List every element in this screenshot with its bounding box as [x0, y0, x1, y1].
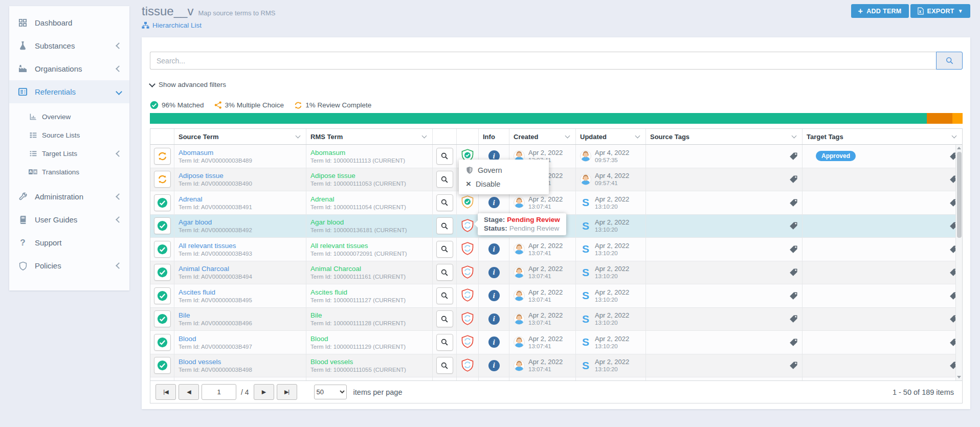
match-status-button[interactable] [154, 194, 171, 211]
rms-term-link[interactable]: Adrenal [310, 195, 335, 203]
source-term-link[interactable]: Adipose tissue [179, 172, 224, 179]
governance-shield-icon[interactable] [461, 218, 474, 234]
search-button[interactable] [936, 52, 963, 70]
table-row[interactable]: Blood, foetal Blood, foetal i A [150, 377, 962, 380]
sidebar-item-administration[interactable]: Administration [9, 185, 129, 208]
governance-shield-icon[interactable] [461, 288, 474, 304]
table-row[interactable]: All relevant tissues Term Id: A0V0000000… [150, 238, 962, 261]
source-tag-icon[interactable] [789, 361, 798, 370]
table-row[interactable]: Animal Charcoal Term Id: A0V00000003B494… [150, 261, 962, 285]
info-icon[interactable]: i [488, 290, 500, 301]
source-tag-icon[interactable] [789, 314, 798, 323]
source-tag-icon[interactable] [789, 245, 798, 254]
sidebar-item-target-lists[interactable]: Target Lists [9, 144, 129, 163]
source-term-link[interactable]: All relevant tissues [179, 242, 236, 250]
inspect-button[interactable] [436, 264, 453, 281]
table-row[interactable]: Adipose tissue Term Id: A0V00000003B490 … [150, 168, 962, 192]
inspect-button[interactable] [436, 148, 453, 165]
target-tag-badge[interactable]: Approved [816, 151, 856, 161]
info-icon[interactable]: i [488, 313, 500, 325]
table-row[interactable]: Blood vessels Term Id: A0V00000003B498 B… [150, 354, 962, 378]
source-tag-icon[interactable] [789, 268, 798, 277]
match-status-button[interactable] [154, 241, 171, 258]
match-status-button[interactable] [154, 310, 171, 327]
governance-shield-icon[interactable] [461, 357, 474, 373]
inspect-button[interactable] [436, 171, 453, 188]
source-tag-icon[interactable] [789, 198, 798, 207]
governance-shield-icon[interactable] [461, 241, 474, 257]
scrollbar-up-arrow[interactable] [956, 145, 962, 151]
column-header-rms-term[interactable]: RMS Term [306, 129, 433, 144]
source-tag-icon[interactable] [789, 152, 798, 161]
export-button[interactable]: EXPORT ▼ [910, 4, 970, 18]
inspect-button[interactable] [436, 334, 453, 351]
next-page-button[interactable]: ▶ [254, 384, 274, 400]
first-page-button[interactable]: |◀ [155, 384, 176, 400]
table-row[interactable]: Adrenal Term Id: A0V00000003B491 Adrenal… [150, 191, 962, 215]
rms-term-link[interactable]: Abomasum [310, 149, 345, 156]
table-row[interactable]: Abomasum Term Id: A0V00000003B489 Abomas… [150, 145, 962, 168]
column-header-source-tags[interactable]: Source Tags [646, 129, 803, 144]
table-row[interactable]: Blood Term Id: A0V00000003B497 Blood Ter… [150, 331, 962, 354]
governance-shield-icon[interactable] [461, 195, 474, 211]
table-row[interactable]: Bile Term Id: A0V00000003B496 Bile Term … [150, 308, 962, 331]
rms-term-link[interactable]: Ascites fluid [310, 288, 347, 296]
column-header-target-tags[interactable]: Target Tags [803, 129, 962, 144]
inspect-button[interactable] [436, 194, 453, 211]
source-term-link[interactable]: Blood [179, 335, 196, 343]
match-status-button[interactable] [154, 148, 171, 165]
match-status-button[interactable] [154, 264, 171, 281]
info-icon[interactable]: i [488, 267, 500, 278]
source-term-link[interactable]: Abomasum [179, 149, 213, 156]
hierarchical-list-link[interactable]: Hierarchical List [142, 21, 275, 29]
sidebar-item-user-guides[interactable]: User Guides [9, 208, 129, 231]
add-term-button[interactable]: + ADD TERM [851, 4, 909, 18]
source-tag-icon[interactable] [789, 291, 798, 300]
sidebar-item-source-lists[interactable]: Source Lists [9, 126, 129, 144]
show-advanced-filters-link[interactable]: Show advanced filters [150, 81, 226, 88]
prev-page-button[interactable]: ◀ [179, 384, 199, 400]
page-size-select[interactable]: 50 [314, 385, 347, 399]
column-header-updated[interactable]: Updated [576, 129, 646, 144]
source-term-link[interactable]: Blood vessels [179, 358, 221, 366]
sidebar-item-referentials[interactable]: Referentials [9, 80, 129, 103]
rms-term-link[interactable]: Blood vessels [310, 358, 353, 366]
vertical-scrollbar[interactable] [955, 145, 962, 380]
page-number-input[interactable] [202, 384, 236, 400]
info-icon[interactable]: i [488, 360, 500, 371]
source-tag-icon[interactable] [789, 338, 798, 347]
inspect-button[interactable] [436, 287, 453, 304]
inspect-button[interactable] [436, 217, 453, 234]
source-term-link[interactable]: Animal Charcoal [179, 265, 229, 273]
info-icon[interactable]: i [488, 336, 500, 348]
rms-term-link[interactable]: Blood [310, 335, 328, 343]
match-status-button[interactable] [154, 334, 171, 351]
search-input[interactable] [150, 52, 936, 70]
source-term-link[interactable]: Adrenal [179, 195, 203, 203]
source-term-link[interactable]: Ascites fluid [179, 288, 215, 296]
rms-term-link[interactable]: All relevant tissues [310, 242, 368, 250]
table-row[interactable]: Ascites fluid Term Id: A0V00000003B495 A… [150, 284, 962, 308]
sidebar-item-policies[interactable]: Policies [9, 254, 129, 277]
scrollbar-thumb[interactable] [957, 152, 962, 238]
context-menu-item-disable[interactable]: × Disable [459, 177, 549, 191]
rms-term-link[interactable]: Adipose tissue [310, 172, 355, 179]
context-menu-item-govern[interactable]: Govern [459, 163, 549, 177]
sidebar-item-organisations[interactable]: Organisations [9, 57, 129, 80]
inspect-button[interactable] [436, 241, 453, 258]
source-tag-icon[interactable] [789, 221, 798, 230]
sidebar-item-substances[interactable]: Substances [9, 34, 129, 57]
source-term-link[interactable]: Agar blood [179, 218, 212, 226]
sidebar-item-support[interactable]: ? Support [9, 231, 129, 254]
sidebar-item-overview[interactable]: Overview [9, 107, 129, 126]
match-status-button[interactable] [154, 171, 171, 188]
info-icon[interactable]: i [488, 243, 500, 255]
sidebar-item-dashboard[interactable]: Dashboard [9, 11, 129, 34]
match-status-button[interactable] [154, 217, 171, 234]
column-header-created[interactable]: Created [509, 129, 576, 144]
match-status-button[interactable] [154, 357, 171, 374]
info-icon[interactable]: i [488, 197, 500, 208]
governance-shield-icon[interactable] [461, 264, 474, 280]
rms-term-link[interactable]: Agar blood [310, 218, 344, 226]
match-status-button[interactable] [154, 287, 171, 304]
